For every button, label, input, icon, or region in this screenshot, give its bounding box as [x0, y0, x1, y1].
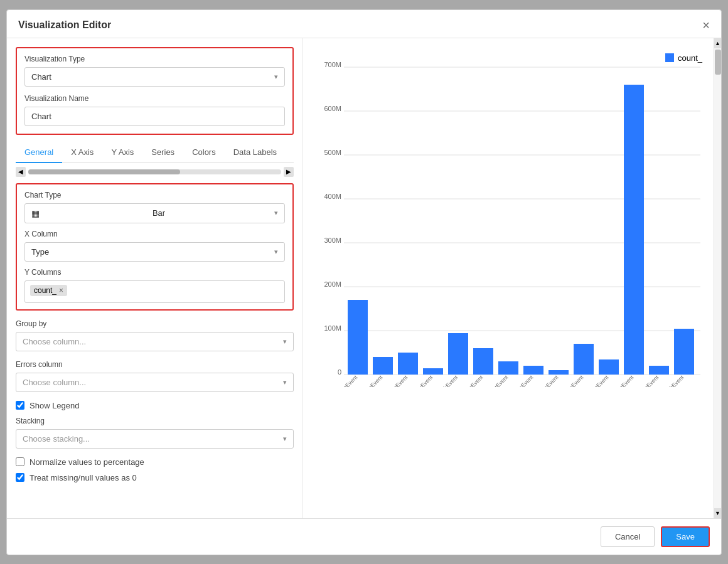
x-column-value: Type: [31, 247, 49, 257]
svg-text:100M: 100M: [324, 324, 341, 332]
scroll-up-arrow[interactable]: ▲: [714, 38, 721, 48]
stacking-chevron: ▾: [283, 435, 287, 443]
tab-general[interactable]: General: [16, 142, 62, 163]
x-column-select[interactable]: Type ▾: [24, 242, 285, 262]
svg-text:CommitCommentEvent: CommitCommentEvent: [316, 373, 359, 386]
svg-text:600M: 600M: [324, 105, 341, 112]
svg-text:500M: 500M: [324, 149, 341, 156]
x-column-label: X Column: [24, 230, 285, 238]
chart-type-select[interactable]: ▦ Bar ▾: [24, 203, 285, 223]
modal-header: Visualization Editor ×: [7, 10, 721, 38]
svg-text:300M: 300M: [324, 237, 341, 244]
scroll-right-arrow[interactable]: ▶: [284, 167, 294, 177]
svg-text:IssuesEvent: IssuesEvent: [508, 373, 535, 386]
legend-label: count_: [678, 53, 702, 63]
svg-text:700M: 700M: [324, 61, 341, 68]
scroll-row: ◀ ▶: [16, 167, 294, 177]
group-by-label: Group by: [16, 319, 294, 328]
svg-text:GollumEvent: GollumEvent: [457, 373, 484, 386]
bar-0: [348, 300, 368, 375]
bar-3: [423, 368, 443, 375]
scroll-track: [28, 169, 281, 174]
tab-colors[interactable]: Colors: [183, 142, 225, 163]
viz-type-chevron: ▾: [274, 73, 278, 81]
close-button[interactable]: ×: [702, 19, 710, 31]
svg-text:400M: 400M: [324, 193, 341, 200]
bar-2: [398, 353, 418, 375]
chart-container: count_ 0 100M 200M 300M 400M 500M 600M 7…: [316, 48, 709, 508]
chart-settings-section: Chart Type ▦ Bar ▾ X Column Type ▾: [16, 183, 294, 311]
viz-name-label: Visualization Name: [24, 94, 285, 103]
scroll-down-arrow[interactable]: ▼: [714, 508, 721, 518]
bar-10: [599, 359, 619, 375]
group-by-select[interactable]: Choose column... ▾: [16, 332, 294, 351]
y-column-tag-remove[interactable]: ×: [59, 286, 63, 295]
modal-footer: Cancel Save: [7, 518, 721, 555]
bar-4: [448, 333, 468, 375]
y-column-tag-label: count_: [34, 286, 56, 295]
svg-text:CreateEvent: CreateEvent: [357, 373, 384, 386]
stacking-placeholder: Choose stacking...: [23, 434, 90, 444]
tab-datalabels[interactable]: Data Labels: [225, 142, 286, 163]
svg-text:FollowEvent: FollowEvent: [408, 373, 434, 386]
chart-type-icon: ▦: [31, 208, 40, 218]
group-by-placeholder: Choose column...: [23, 337, 86, 346]
errors-column-label: Errors column: [16, 360, 294, 369]
svg-text:WatchEvent: WatchEvent: [659, 373, 685, 386]
group-by-group: Group by Choose column... ▾: [16, 319, 294, 351]
normalize-row: Normalize values to percentage: [16, 457, 294, 467]
tab-xaxis[interactable]: X Axis: [62, 142, 102, 163]
svg-text:ForkEvent: ForkEvent: [436, 373, 459, 386]
y-columns-box[interactable]: count_ ×: [24, 280, 285, 303]
scroll-thumb: [28, 169, 180, 174]
bar-5: [473, 348, 493, 375]
viz-type-select[interactable]: Chart ▾: [24, 67, 285, 87]
stacking-select[interactable]: Choose stacking... ▾: [16, 429, 294, 449]
chart-type-value: Bar: [153, 208, 165, 218]
bar-9: [574, 344, 594, 375]
errors-column-chevron: ▾: [283, 378, 287, 386]
y-columns-label: Y Columns: [24, 268, 285, 277]
svg-text:MemberEvent: MemberEvent: [530, 373, 560, 386]
treat-null-checkbox[interactable]: [16, 473, 24, 482]
stacking-label: Stacking: [16, 417, 294, 425]
errors-column-select[interactable]: Choose column... ▾: [16, 373, 294, 392]
bar-12: [649, 366, 669, 375]
bar-8: [549, 370, 569, 375]
visualization-editor-modal: Visualization Editor × Visualization Typ…: [6, 9, 722, 555]
right-panel: count_ 0 100M 200M 300M 400M 500M 600M 7…: [303, 38, 721, 518]
svg-text:PublicEvent: PublicEvent: [559, 373, 585, 386]
modal-overlay: Visualization Editor × Visualization Typ…: [0, 0, 728, 564]
bar-11: [624, 85, 644, 375]
show-legend-label: Show Legend: [29, 401, 80, 410]
show-legend-checkbox[interactable]: [16, 401, 24, 410]
svg-text:0: 0: [338, 368, 341, 376]
save-button[interactable]: Save: [661, 526, 710, 547]
scroll-left-arrow[interactable]: ◀: [16, 167, 26, 177]
tabs-row: General X Axis Y Axis Series Colors Data…: [16, 142, 294, 163]
y-column-tag: count_ ×: [30, 285, 67, 296]
modal-body: Visualization Type Chart ▾ Visualization…: [7, 38, 721, 518]
cancel-button[interactable]: Cancel: [601, 526, 655, 547]
viz-type-value: Chart: [31, 72, 51, 82]
scroll-thumb-v: [715, 50, 721, 75]
bar-6: [498, 361, 518, 375]
normalize-checkbox[interactable]: [16, 457, 24, 466]
viz-name-input[interactable]: [24, 107, 285, 126]
tab-yaxis[interactable]: Y Axis: [102, 142, 142, 163]
svg-text:ReleaseEvent: ReleaseEvent: [631, 373, 660, 386]
show-legend-row: Show Legend: [16, 401, 294, 410]
svg-text:200M: 200M: [324, 280, 341, 288]
scroll-track-v: [714, 48, 721, 508]
tab-series[interactable]: Series: [142, 142, 183, 163]
errors-column-group: Errors column Choose column... ▾: [16, 360, 294, 392]
bar-13: [674, 329, 694, 375]
legend-color-swatch: [665, 53, 674, 62]
treat-null-label: Treat missing/null values as 0: [29, 473, 137, 482]
normalize-label: Normalize values to percentage: [29, 457, 144, 467]
bar-1: [373, 357, 393, 375]
group-by-chevron: ▾: [283, 338, 287, 346]
chart-type-label: Chart Type: [24, 191, 285, 200]
left-panel: Visualization Type Chart ▾ Visualization…: [7, 38, 303, 518]
treat-null-row: Treat missing/null values as 0: [16, 473, 294, 482]
